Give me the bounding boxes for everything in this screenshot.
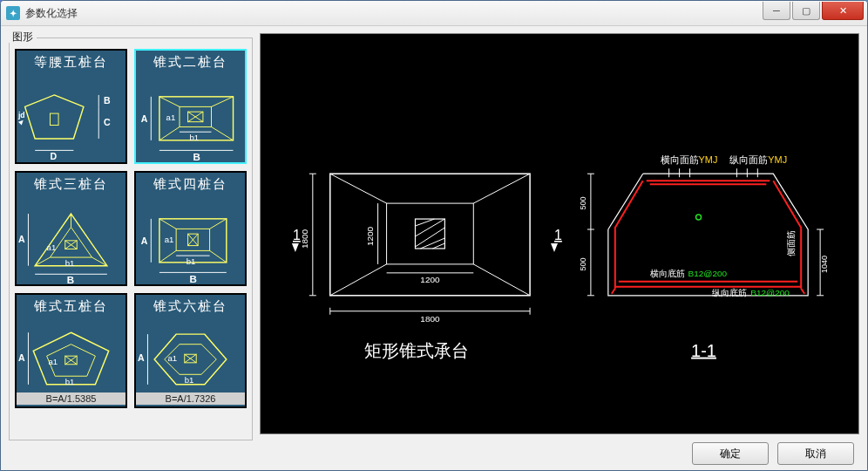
- thumb-label: 锥式六桩台: [136, 298, 245, 315]
- svg-text:YMJ: YMJ: [768, 154, 787, 165]
- thumb-footer: B=A/1.7326: [136, 392, 245, 405]
- svg-text:侧面筋: 侧面筋: [786, 230, 796, 256]
- svg-text:B: B: [190, 274, 197, 284]
- svg-rect-74: [387, 203, 474, 264]
- svg-line-81: [330, 174, 387, 203]
- thumb-cone-three-pile[interactable]: 锥式三桩台 A a1 b1 B: [15, 171, 127, 286]
- preview-caption-left: 矩形锥式承台: [364, 341, 469, 360]
- svg-text:1: 1: [554, 228, 562, 242]
- svg-text:A: A: [18, 352, 25, 363]
- preview-area: 1800 1200 1200 1800 1 1: [260, 33, 859, 434]
- thumb-label: 等腰五桩台: [17, 54, 125, 71]
- thumb-label: 锥式五桩台: [17, 298, 125, 315]
- svg-marker-26: [50, 227, 92, 257]
- svg-text:纵向底筋: 纵向底筋: [712, 288, 747, 297]
- svg-text:A: A: [138, 352, 145, 363]
- svg-text:500: 500: [579, 257, 587, 270]
- svg-line-46: [159, 250, 176, 262]
- group-label: 图形: [9, 31, 37, 43]
- svg-text:B: B: [104, 96, 111, 106]
- thumb-cone-two-pile[interactable]: 锥式二桩台 A a1 b1: [134, 49, 247, 164]
- shape-groupbox: 等腰五桩台 B C D jd: [9, 38, 253, 440]
- svg-line-82: [473, 174, 530, 203]
- app-icon: ✦: [6, 6, 20, 20]
- svg-marker-0: [25, 95, 84, 139]
- svg-text:b1: b1: [65, 377, 75, 386]
- thumb-diagram: A a1 b1 B: [17, 194, 125, 284]
- svg-text:B: B: [193, 152, 200, 162]
- preview-svg: 1800 1200 1200 1800 1 1: [261, 34, 858, 433]
- svg-line-78: [415, 228, 444, 247]
- thumb-footer: B=A/1.5385: [17, 392, 125, 405]
- svg-text:B: B: [67, 275, 74, 285]
- thumb-diagram: A a1 b1 B: [136, 194, 245, 284]
- svg-text:1: 1: [293, 228, 301, 242]
- svg-text:横向面筋: 横向面筋: [661, 154, 699, 165]
- svg-text:a1: a1: [47, 242, 57, 252]
- thumb-label: 锥式四桩台: [136, 176, 245, 193]
- svg-text:A: A: [141, 113, 148, 124]
- svg-text:b1: b1: [65, 258, 75, 268]
- svg-text:B12@200: B12@200: [688, 269, 728, 278]
- svg-line-47: [210, 250, 227, 262]
- svg-text:b1: b1: [185, 375, 194, 385]
- svg-text:A: A: [18, 234, 25, 244]
- preview-caption-right: 1-1: [691, 341, 716, 360]
- svg-text:1040: 1040: [820, 256, 829, 273]
- thumb-cone-six-pile[interactable]: 锥式六桩台 A a1 b1 B=: [134, 293, 247, 408]
- svg-text:1800: 1800: [300, 229, 309, 249]
- close-button[interactable]: ✕: [822, 2, 864, 20]
- svg-line-84: [473, 264, 530, 296]
- thumb-isosceles-five-pile[interactable]: 等腰五桩台 B C D jd: [15, 49, 127, 164]
- content-area: 图形 等腰五桩台 B C D: [2, 26, 866, 469]
- svg-line-16: [159, 126, 180, 140]
- svg-line-80: [432, 243, 444, 249]
- svg-text:500: 500: [579, 197, 587, 210]
- svg-text:D: D: [50, 151, 57, 161]
- window-title: 参数化选择: [25, 6, 762, 21]
- svg-text:YMJ: YMJ: [699, 154, 718, 165]
- dialog-window: ✦ 参数化选择 ─ ▢ ✕ 图形 等腰五桩台: [0, 0, 868, 471]
- svg-line-79: [420, 238, 444, 249]
- svg-text:纵向面筋: 纵向面筋: [729, 154, 768, 165]
- svg-text:1200: 1200: [365, 226, 375, 246]
- ok-button[interactable]: 确定: [692, 442, 769, 465]
- svg-text:A: A: [141, 236, 148, 246]
- thumb-label: 锥式二桩台: [136, 54, 245, 71]
- titlebar: ✦ 参数化选择 ─ ▢ ✕: [1, 1, 867, 26]
- bottom-bar: 确定 取消: [2, 438, 866, 469]
- svg-line-17: [212, 126, 234, 140]
- svg-line-45: [210, 219, 227, 229]
- svg-line-99: [608, 174, 643, 229]
- svg-text:1200: 1200: [420, 275, 440, 284]
- svg-text:横向底筋: 横向底筋: [650, 269, 685, 278]
- cancel-button[interactable]: 取消: [777, 442, 854, 465]
- svg-line-44: [159, 219, 176, 229]
- svg-text:jd: jd: [17, 111, 25, 119]
- svg-line-76: [415, 219, 434, 226]
- svg-line-14: [159, 97, 180, 107]
- svg-text:B12@200: B12@200: [750, 288, 790, 297]
- thumb-cone-five-pile[interactable]: 锥式五桩台 A a1 b1 B=: [15, 293, 127, 408]
- svg-text:a1: a1: [166, 113, 176, 122]
- svg-line-83: [330, 264, 387, 296]
- window-controls: ─ ▢ ✕: [762, 2, 867, 21]
- thumb-label: 锥式三桩台: [17, 176, 125, 193]
- svg-text:a1: a1: [168, 353, 178, 363]
- shape-panel: 图形 等腰五桩台 B C D: [9, 30, 253, 429]
- svg-text:C: C: [104, 117, 111, 127]
- maximize-button[interactable]: ▢: [792, 2, 820, 20]
- svg-line-77: [415, 219, 444, 236]
- thumb-diagram: B C D jd: [17, 72, 125, 162]
- thumb-cone-four-pile[interactable]: 锥式四桩台 A a1 b1: [134, 171, 247, 286]
- svg-text:1800: 1800: [420, 314, 440, 324]
- svg-line-15: [212, 97, 234, 107]
- svg-point-106: [696, 215, 702, 220]
- thumb-diagram: A a1 b1 B: [136, 72, 245, 162]
- svg-text:b1: b1: [190, 133, 200, 142]
- svg-text:a1: a1: [165, 235, 174, 244]
- svg-rect-1: [50, 113, 58, 125]
- minimize-button[interactable]: ─: [763, 2, 790, 20]
- svg-text:b1: b1: [186, 256, 196, 266]
- thumbnail-grid: 等腰五桩台 B C D jd: [10, 44, 252, 413]
